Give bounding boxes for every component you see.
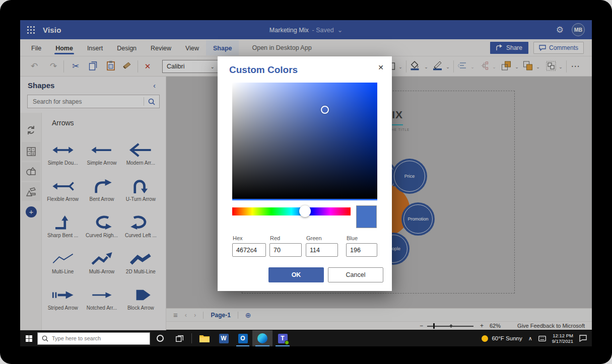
touch-keyboard-icon[interactable] xyxy=(538,336,546,341)
action-center-icon[interactable] xyxy=(579,335,587,342)
green-field[interactable] xyxy=(306,243,338,257)
hue-slider[interactable] xyxy=(232,207,351,215)
task-view-icon xyxy=(176,335,183,342)
cortana-icon xyxy=(157,335,164,342)
word-icon: W xyxy=(219,334,229,343)
show-hidden-icons-chevron[interactable]: ∧ xyxy=(528,335,532,342)
start-button[interactable] xyxy=(20,330,37,346)
screen-frame: Visio Marketing Mix - Saved ⌄ ⚙ MB File … xyxy=(0,0,612,364)
outlook-icon: O xyxy=(238,334,248,343)
color-picker-cursor[interactable] xyxy=(321,106,329,114)
selected-color-swatch xyxy=(356,205,377,228)
red-label: Red xyxy=(270,235,280,241)
word-button[interactable]: W xyxy=(214,330,233,346)
clock-time: 12:12 PM xyxy=(552,333,573,338)
hex-field[interactable] xyxy=(232,243,266,257)
saturation-value-picker[interactable] xyxy=(232,83,377,200)
hex-label: Hex xyxy=(233,235,243,241)
green-label: Green xyxy=(306,235,322,241)
hue-slider-thumb[interactable] xyxy=(299,205,311,217)
red-field[interactable] xyxy=(269,243,302,257)
custom-colors-dialog: Custom Colors ✕ Hex Red Green Blue OK Ca… xyxy=(218,56,392,291)
cortana-button[interactable] xyxy=(150,330,170,346)
outlook-button[interactable]: O xyxy=(233,330,252,346)
dialog-title: Custom Colors xyxy=(229,64,298,76)
taskbar-clock[interactable]: 12:12 PM 9/17/2021 xyxy=(552,333,573,344)
task-view-button[interactable] xyxy=(170,330,188,346)
search-icon xyxy=(42,335,48,342)
edge-icon xyxy=(257,333,267,343)
clock-date: 9/17/2021 xyxy=(552,338,573,344)
folder-icon xyxy=(199,334,210,342)
cancel-button[interactable]: Cancel xyxy=(328,267,383,282)
sun-icon xyxy=(482,335,488,342)
teams-icon: T xyxy=(278,334,288,343)
taskbar-search-box[interactable] xyxy=(37,332,150,345)
windows-logo-icon xyxy=(26,335,32,342)
taskbar-weather[interactable]: 60°F Sunny xyxy=(482,335,522,342)
edge-button[interactable] xyxy=(252,330,273,346)
teams-button[interactable]: T xyxy=(273,330,293,346)
blue-label: Blue xyxy=(347,235,358,241)
taskbar-search-input[interactable] xyxy=(52,335,146,341)
blue-field[interactable] xyxy=(346,243,377,257)
close-icon[interactable]: ✕ xyxy=(376,61,386,74)
file-explorer-button[interactable] xyxy=(195,330,214,346)
ok-button[interactable]: OK xyxy=(268,267,324,282)
windows-taskbar: W O T 60°F Sunny ∧ 12:12 PM 9/17/2021 xyxy=(20,330,592,346)
